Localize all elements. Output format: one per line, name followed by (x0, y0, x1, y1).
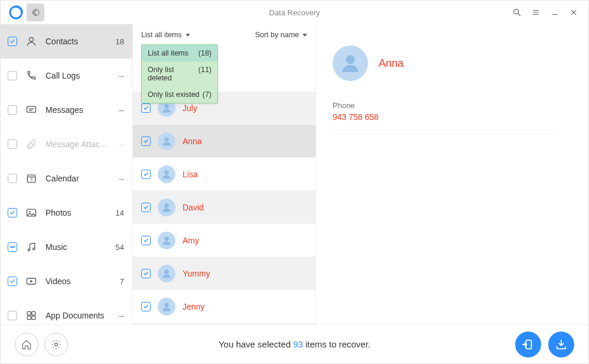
avatar-icon (333, 46, 368, 81)
back-button[interactable] (27, 4, 44, 21)
option-label: Only list existed (148, 90, 200, 99)
sidebar-item[interactable]: Music54 (1, 230, 132, 264)
svg-point-32 (164, 303, 169, 307)
sidebar-item-count: -- (119, 106, 124, 115)
avatar-icon (158, 165, 175, 183)
sidebar-item-count: 7 (120, 277, 124, 286)
checkbox[interactable] (141, 269, 151, 278)
contact-list-panel: List all items Sort by name List all ite… (133, 24, 316, 324)
titlebar: Data Recovery (1, 1, 588, 24)
checkbox[interactable] (141, 136, 151, 146)
search-icon[interactable] (512, 7, 522, 18)
checkbox[interactable] (8, 174, 17, 183)
avatar-icon (158, 132, 175, 150)
checkbox[interactable] (8, 105, 17, 115)
option-count: (11) (198, 66, 211, 82)
checkbox[interactable] (8, 208, 17, 217)
svg-point-34 (346, 56, 355, 64)
svg-point-19 (28, 249, 30, 251)
phone-value: 943 758 658 (333, 112, 554, 122)
sidebar-item[interactable]: Videos7 (1, 264, 132, 298)
category-icon (25, 70, 37, 82)
sidebar-item-label: Contacts (45, 37, 108, 46)
contact-name: Anna (183, 136, 202, 146)
checkbox[interactable] (8, 139, 17, 149)
svg-point-31 (164, 269, 169, 274)
minimize-icon[interactable] (549, 7, 560, 18)
sort-dropdown[interactable]: Sort by name (255, 31, 307, 39)
sidebar-item-label: Call Logs (45, 71, 110, 80)
contact-row[interactable]: David (133, 191, 315, 224)
category-icon (25, 310, 37, 321)
contact-row[interactable]: Jenny (133, 290, 315, 323)
contact-row[interactable]: Yummy (133, 257, 315, 290)
checkbox[interactable] (8, 311, 17, 320)
checkbox[interactable] (141, 203, 151, 212)
checkbox[interactable] (141, 236, 151, 245)
svg-line-3 (518, 14, 520, 15)
sidebar: Contacts18Call Logs--Messages--Message A… (1, 24, 133, 324)
option-count: (7) (203, 90, 211, 99)
svg-rect-11 (27, 106, 36, 112)
sidebar-item-label: Calendar (45, 174, 110, 183)
phone-label: Phone (333, 101, 554, 110)
category-icon (25, 35, 37, 47)
contact-row[interactable]: Lisa (133, 158, 315, 191)
svg-rect-24 (27, 316, 31, 320)
svg-point-20 (33, 248, 35, 250)
filter-option[interactable]: Only list existed(7) (142, 86, 217, 103)
contact-row[interactable]: Amy (133, 224, 315, 257)
sidebar-item-count: 54 (116, 243, 124, 252)
close-icon[interactable] (568, 7, 579, 18)
checkbox[interactable] (8, 71, 17, 80)
avatar-icon (158, 199, 175, 216)
svg-point-2 (514, 9, 519, 14)
recover-to-computer-button[interactable] (548, 332, 574, 358)
checkbox[interactable] (8, 242, 17, 252)
checkbox[interactable] (141, 103, 151, 113)
category-icon (25, 207, 37, 219)
sidebar-item-count: 18 (116, 37, 124, 46)
sidebar-item[interactable]: App Documents-- (1, 298, 132, 324)
checkbox[interactable] (8, 277, 17, 286)
filter-option[interactable]: List all items(18) (142, 45, 217, 61)
checkbox[interactable] (8, 37, 17, 46)
chevron-down-icon (302, 34, 307, 37)
option-count: (18) (198, 49, 211, 57)
svg-text:3: 3 (30, 177, 32, 181)
checkbox[interactable] (141, 302, 151, 311)
selected-count: 93 (293, 339, 303, 349)
sidebar-item[interactable]: Message Attach...-- (1, 127, 132, 161)
contact-row[interactable]: Anna (133, 125, 315, 158)
settings-button[interactable] (44, 333, 68, 356)
filter-dropdown-menu: List all items(18)Only list deleted(11)O… (141, 44, 218, 103)
filter-dropdown[interactable]: List all items (141, 31, 190, 39)
svg-point-29 (164, 203, 169, 208)
menu-icon[interactable] (531, 7, 541, 18)
svg-point-26 (164, 104, 169, 109)
svg-point-10 (30, 37, 34, 41)
option-label: Only list deleted (148, 66, 198, 82)
sidebar-item[interactable]: Photos14 (1, 196, 132, 230)
svg-point-18 (29, 211, 31, 213)
checkbox[interactable] (141, 170, 151, 179)
home-button[interactable] (15, 333, 38, 356)
svg-rect-22 (27, 311, 31, 315)
svg-rect-23 (32, 311, 35, 315)
sidebar-item-count: -- (119, 311, 124, 320)
sidebar-item-label: Messages (45, 105, 110, 115)
filter-label: List all items (141, 31, 182, 39)
sidebar-item[interactable]: Messages-- (1, 93, 132, 127)
sort-label: Sort by name (255, 31, 299, 39)
category-icon (25, 275, 37, 287)
sidebar-item[interactable]: Contacts18 (1, 24, 132, 58)
sidebar-item-count: -- (119, 174, 124, 183)
filter-option[interactable]: Only list deleted(11) (142, 61, 217, 86)
sidebar-item[interactable]: 3Calendar-- (1, 161, 132, 196)
recover-to-device-button[interactable] (515, 332, 541, 358)
status-message: You have selected 93 items to recover. (1, 339, 588, 349)
svg-point-30 (164, 236, 169, 241)
sidebar-item-label: Music (45, 242, 108, 252)
contact-name: Yummy (183, 269, 210, 278)
sidebar-item[interactable]: Call Logs-- (1, 58, 132, 93)
